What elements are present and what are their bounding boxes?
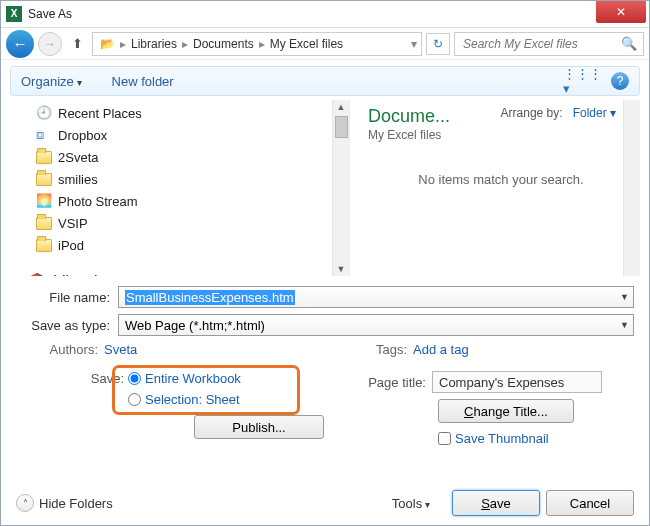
dropbox-icon: ⧈ (36, 127, 52, 143)
change-title-button[interactable]: Change Title... (438, 399, 574, 423)
breadcrumb-seg-2[interactable]: My Excel files (267, 37, 346, 51)
window-title: Save As (28, 7, 72, 21)
search-icon[interactable]: 🔍 (621, 36, 637, 51)
folder-tree[interactable]: 🕘Recent Places ⧈Dropbox 2Sveta smilies 🌅… (10, 100, 350, 276)
breadcrumb-seg-0[interactable]: Libraries (128, 37, 180, 51)
tags-label: Tags: (325, 342, 413, 357)
refresh-button[interactable]: ↻ (426, 33, 450, 55)
arrange-by[interactable]: Arrange by: Folder ▾ (501, 106, 616, 120)
breadcrumb-seg-1[interactable]: Documents (190, 37, 257, 51)
filename-input[interactable]: SmallBusinessExpenses.htm ▼ (118, 286, 634, 308)
content-subpath: My Excel files (368, 128, 634, 142)
save-thumbnail-checkbox[interactable] (438, 432, 451, 445)
excel-icon: X (6, 6, 22, 22)
tree-item: 🌅Photo Stream (36, 190, 349, 212)
nav-back-button[interactable]: ← (6, 30, 34, 58)
nav-up-button[interactable]: ⬆ (66, 33, 88, 55)
radio-entire-label[interactable]: Entire Workbook (145, 371, 241, 386)
savetype-label: Save as type: (16, 318, 118, 333)
recent-icon: 🕘 (36, 105, 52, 121)
photo-icon: 🌅 (36, 193, 52, 209)
tree-item: smilies (36, 168, 349, 190)
save-thumbnail-label[interactable]: Save Thumbnail (455, 431, 549, 446)
hide-folders-button[interactable]: ˄ Hide Folders (16, 494, 113, 512)
tree-item: 2Sveta (36, 146, 349, 168)
folder-icon (36, 151, 52, 164)
content-scrollbar[interactable] (623, 100, 640, 276)
radio-selection-label[interactable]: Selection: Sheet (145, 392, 240, 407)
authors-label: Authors: (16, 342, 104, 357)
tree-item: ⧈Dropbox (36, 124, 349, 146)
save-button[interactable]: Save (452, 490, 540, 516)
view-options-button[interactable]: ⋮⋮⋮ ▾ (563, 66, 581, 96)
tree-item: iPod (36, 234, 349, 256)
savetype-dropdown[interactable]: Web Page (*.htm;*.html) ▼ (118, 314, 634, 336)
folder-icon (36, 239, 52, 252)
folder-icon (36, 217, 52, 230)
breadcrumb[interactable]: 📂▸ Libraries▸ Documents▸ My Excel files … (92, 32, 422, 56)
pagetitle-input[interactable] (432, 371, 602, 393)
close-button[interactable]: ✕ (596, 1, 646, 23)
radio-selection-sheet[interactable] (128, 393, 141, 406)
filename-label: File name: (16, 290, 118, 305)
content-pane: Docume... Arrange by: Folder ▾ My Excel … (350, 100, 640, 276)
help-button[interactable]: ? (611, 72, 629, 90)
pagetitle-label: Page title: (360, 375, 432, 390)
new-folder-button[interactable]: New folder (112, 74, 174, 89)
empty-message: No items match your search. (368, 172, 634, 187)
nav-forward-button: → (38, 32, 62, 56)
tools-menu[interactable]: Tools (392, 496, 430, 511)
authors-value[interactable]: Sveta (104, 342, 137, 357)
tree-scrollbar[interactable]: ▲▼ (332, 100, 349, 276)
save-label: Save: (84, 371, 124, 386)
search-input[interactable] (461, 36, 621, 52)
organize-menu[interactable]: Organize (21, 74, 82, 89)
tree-item: VSIP (36, 212, 349, 234)
tree-item: 🕘Recent Places (36, 102, 349, 124)
tree-libraries[interactable]: ▷📚Libraries (10, 272, 349, 276)
folder-icon (36, 173, 52, 186)
tags-value[interactable]: Add a tag (413, 342, 469, 357)
cancel-button[interactable]: Cancel (546, 490, 634, 516)
chevron-up-icon: ˄ (16, 494, 34, 512)
publish-button[interactable]: Publish... (194, 415, 324, 439)
radio-entire-workbook[interactable] (128, 372, 141, 385)
search-box[interactable]: 🔍 (454, 32, 644, 56)
